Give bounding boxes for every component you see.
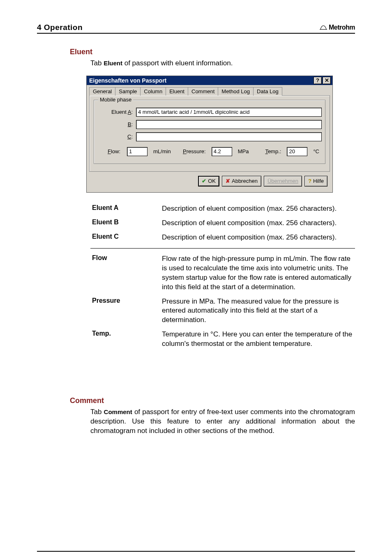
eluent-definitions: Eluent A Description of eluent compositi…: [90, 202, 355, 351]
section-title-comment: Comment: [70, 396, 355, 405]
label-eluent-b: B:: [97, 121, 136, 127]
def-desc: Description of eluent composition (max. …: [162, 219, 355, 228]
def-desc: Flow rate of the high-pressure pump in m…: [162, 254, 355, 292]
mobile-phase-fieldset: Mobile phase Eluent A: 4 mmol/L tartaric…: [94, 100, 325, 164]
comment-text: Tab Comment of passport for entry of fre…: [90, 408, 355, 436]
tab-comment[interactable]: Comment: [188, 87, 218, 96]
pressure-unit: MPa: [235, 148, 251, 154]
tab-general[interactable]: General: [89, 87, 115, 96]
eluent-intro: Tab Eluent of passport with eluent infor…: [90, 59, 355, 68]
ok-label: OK: [208, 178, 216, 184]
cancel-button[interactable]: ✘Abbrechen: [222, 176, 261, 187]
question-icon: ?: [308, 178, 311, 184]
definition-divider: [90, 248, 355, 249]
def-term: Pressure: [90, 297, 162, 325]
cancel-label: Abbrechen: [232, 178, 258, 184]
flow-input[interactable]: 1: [127, 147, 148, 156]
tab-method-log[interactable]: Method Log: [218, 87, 254, 96]
label-temp: Temp.:: [263, 148, 284, 154]
apply-label: Übernehmen: [267, 178, 298, 184]
tab-column[interactable]: Column: [140, 87, 166, 96]
page-footer: 90 790 Personal IC: [37, 551, 355, 555]
help-button[interactable]: ? Hilfe: [304, 176, 327, 187]
def-desc: Description of eluent composition (max. …: [162, 233, 355, 242]
def-term: Temp.: [90, 330, 162, 349]
temp-input[interactable]: 20: [287, 147, 307, 156]
check-icon: ✔: [202, 178, 206, 184]
flow-unit: mL/min: [151, 148, 173, 154]
eluent-a-input[interactable]: 4 mmol/L tartaric acid / 1mmol/L dipicol…: [136, 108, 322, 117]
intro-bold: Eluent: [104, 60, 122, 67]
def-term: Eluent B: [90, 219, 162, 228]
brand-name: Metrohm: [329, 24, 355, 31]
def-term: Flow: [90, 254, 162, 292]
pressure-input[interactable]: 4.2: [212, 147, 232, 156]
brand: Metrohm: [320, 24, 355, 31]
apply-button[interactable]: Übernehmen: [264, 176, 302, 187]
fieldset-legend: Mobile phase: [98, 97, 133, 103]
comment-bold: Comment: [104, 408, 132, 415]
x-icon: ✘: [226, 178, 230, 184]
page-header: 4 Operation Metrohm: [37, 23, 355, 34]
temp-unit: °C: [311, 148, 322, 154]
def-desc: Description of eluent composition (max. …: [162, 204, 355, 214]
def-desc: Temperature in °C. Here you can enter th…: [162, 330, 355, 349]
tab-eluent[interactable]: Eluent: [166, 87, 188, 96]
label-eluent-a: Eluent A:: [97, 109, 136, 115]
help-titlebar-button[interactable]: ?: [314, 77, 322, 84]
section-title-eluent: Eluent: [70, 48, 355, 56]
ok-button[interactable]: ✔ OK: [198, 176, 219, 187]
chapter-label: 4 Operation: [37, 23, 83, 32]
dialog-title: Eigenschaften von Passport: [88, 77, 166, 84]
comment-pre: Tab: [90, 408, 104, 416]
intro-post: of passport with eluent information.: [122, 59, 233, 67]
def-term: Eluent A: [90, 204, 162, 214]
intro-pre: Tab: [90, 59, 104, 67]
label-flow: Flow:: [97, 148, 124, 154]
tab-sample[interactable]: Sample: [115, 87, 141, 96]
def-desc: Pressure in MPa. The measured value for …: [162, 297, 355, 325]
label-eluent-c: C:: [97, 134, 136, 140]
passport-properties-dialog: Eigenschaften von Passport ? ✕ General S…: [86, 76, 333, 193]
dialog-titlebar: Eigenschaften von Passport ? ✕: [87, 76, 332, 85]
eluent-c-input[interactable]: [136, 132, 322, 141]
page-number: 90: [27, 553, 37, 555]
tab-data-log[interactable]: Data Log: [253, 87, 282, 96]
dialog-tabs: General Sample Column Eluent Comment Met…: [89, 87, 330, 96]
label-pressure: Pressure:: [180, 148, 208, 154]
close-titlebar-button[interactable]: ✕: [323, 77, 331, 84]
metrohm-logo-icon: [320, 25, 327, 30]
eluent-b-input[interactable]: [136, 120, 322, 129]
def-term: Eluent C: [90, 233, 162, 242]
help-label: Hilfe: [313, 178, 324, 184]
